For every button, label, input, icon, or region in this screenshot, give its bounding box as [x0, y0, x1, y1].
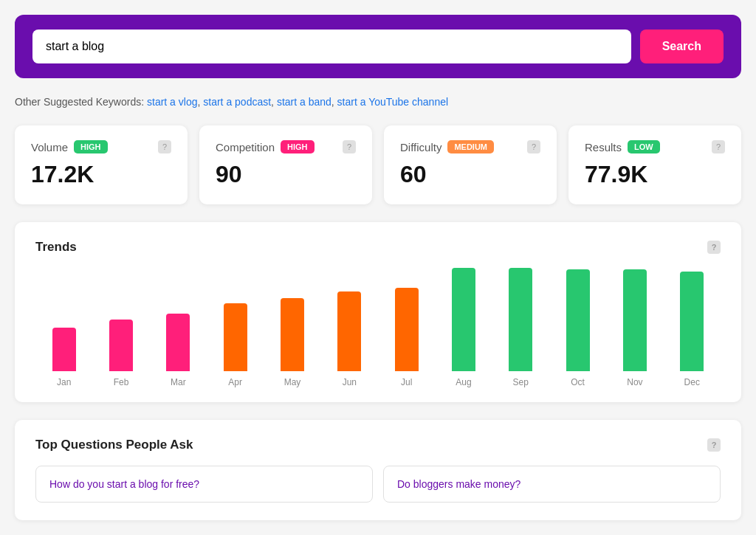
search-button[interactable]: Search — [640, 30, 724, 63]
metric-card: Results LOW ? 77.9K — [568, 125, 741, 204]
suggestion-link[interactable]: start a podcast — [203, 96, 271, 108]
chart-area: Jan Feb Mar Apr May Jun Jul Aug Sep Oct … — [35, 269, 721, 387]
bar-label: Apr — [228, 377, 242, 387]
metric-card: Difficulty MEDIUM ? 60 — [384, 125, 557, 204]
metric-value: 17.2K — [31, 161, 171, 188]
questions-title: Top Questions People Ask ? — [35, 438, 721, 452]
bar-label: Mar — [171, 377, 186, 387]
questions-grid: How do you start a blog for free?Do blog… — [35, 466, 721, 503]
chart-bar — [52, 328, 76, 371]
questions-help-icon[interactable]: ? — [707, 438, 721, 452]
chart-bar — [166, 314, 190, 371]
bar-label: Sep — [513, 377, 529, 387]
suggestions-label: Other Suggested Keywords: — [15, 96, 144, 108]
bar-group: Apr — [207, 303, 264, 387]
metric-badge: MEDIUM — [447, 140, 494, 153]
bar-group: Jun — [321, 291, 378, 387]
chart-bar — [281, 298, 304, 371]
metric-header: Competition HIGH ? — [216, 140, 356, 153]
suggestion-link[interactable]: start a band — [277, 96, 331, 108]
chart-bar — [566, 269, 590, 371]
metrics-row: Volume HIGH ? 17.2K Competition HIGH ? 9… — [15, 125, 741, 204]
chart-bar — [623, 269, 647, 371]
bar-label: Oct — [571, 377, 585, 387]
chart-bar — [224, 303, 247, 371]
bar-group: May — [264, 298, 320, 387]
bar-label: Aug — [456, 377, 471, 387]
suggestions-bar: Other Suggested Keywords: start a vlog, … — [15, 96, 741, 108]
questions-card: Top Questions People Ask ? How do you st… — [15, 420, 741, 520]
question-item[interactable]: How do you start a blog for free? — [35, 466, 373, 503]
bar-label: Jun — [343, 377, 357, 387]
metric-help-icon[interactable]: ? — [158, 140, 171, 153]
metric-badge: HIGH — [281, 140, 315, 153]
metric-label: Volume — [31, 141, 68, 153]
metric-value: 77.9K — [585, 161, 725, 188]
metric-help-icon[interactable]: ? — [712, 140, 725, 153]
bar-label: Jan — [57, 377, 71, 387]
bar-group: Feb — [92, 320, 149, 387]
chart-bar — [452, 268, 475, 371]
metric-card: Volume HIGH ? 17.2K — [15, 125, 188, 204]
metric-value: 90 — [216, 161, 356, 188]
bar-group: Jul — [378, 288, 435, 387]
metric-card: Competition HIGH ? 90 — [199, 125, 372, 204]
bar-group: Nov — [606, 269, 663, 387]
chart-title: Trends ? — [35, 240, 721, 255]
suggestion-link[interactable]: start a YouTube channel — [337, 96, 449, 108]
metric-badge: LOW — [628, 140, 660, 153]
trends-card: Trends ? Jan Feb Mar Apr May Jun Jul Aug… — [15, 222, 741, 402]
bar-group: Jan — [35, 328, 92, 387]
metric-badge: HIGH — [74, 140, 108, 153]
bar-group: Sep — [492, 268, 549, 387]
metric-help-icon[interactable]: ? — [343, 140, 356, 153]
metric-header: Volume HIGH ? — [31, 140, 171, 153]
metric-label: Results — [585, 141, 622, 153]
chart-bar — [337, 291, 361, 371]
bar-label: May — [284, 377, 301, 387]
metric-help-icon[interactable]: ? — [527, 140, 540, 153]
chart-bar — [395, 288, 419, 371]
search-input[interactable] — [32, 30, 631, 63]
bar-group: Aug — [435, 268, 492, 387]
bar-label: Dec — [684, 377, 700, 387]
search-section: Search — [15, 15, 741, 78]
chart-help-icon[interactable]: ? — [707, 241, 721, 254]
chart-bar — [680, 272, 704, 371]
bar-label: Feb — [114, 377, 129, 387]
metric-value: 60 — [400, 161, 540, 188]
metric-header: Results LOW ? — [585, 140, 725, 153]
chart-bar — [509, 268, 532, 371]
bar-group: Dec — [664, 272, 721, 387]
metric-header: Difficulty MEDIUM ? — [400, 140, 540, 153]
bar-label: Nov — [627, 377, 642, 387]
bar-label: Jul — [401, 377, 412, 387]
chart-bar — [109, 320, 133, 371]
bar-group: Oct — [549, 269, 606, 387]
question-item[interactable]: Do bloggers make money? — [383, 466, 721, 503]
metric-label: Competition — [216, 141, 275, 153]
suggestion-link[interactable]: start a vlog — [147, 96, 197, 108]
metric-label: Difficulty — [400, 141, 441, 153]
bar-group: Mar — [150, 314, 207, 387]
